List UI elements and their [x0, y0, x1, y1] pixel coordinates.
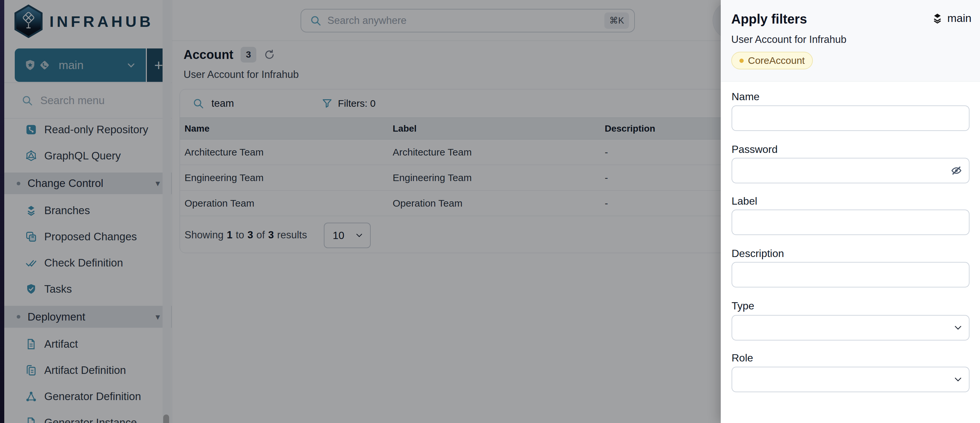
filters-panel-header: Apply filters main User Account for Infr… — [721, 0, 980, 82]
kind-badge: CoreAccount — [731, 52, 813, 70]
kind-label: CoreAccount — [748, 55, 805, 66]
password-field — [732, 158, 969, 183]
label-field — [732, 209, 969, 235]
field-label-type: Type — [732, 300, 754, 312]
field-label-description: Description — [732, 247, 784, 260]
name-field — [732, 105, 969, 131]
kind-dot-icon — [740, 59, 744, 63]
field-label-password: Password — [732, 143, 778, 155]
modal-backdrop[interactable] — [0, 0, 721, 423]
app-screen: INFRAHUB main — [0, 0, 980, 423]
description-field — [732, 262, 969, 287]
branch-layers-icon — [932, 13, 943, 24]
field-label-role: Role — [732, 352, 753, 364]
toggle-password-visibility-button[interactable] — [950, 165, 962, 176]
password-input[interactable] — [732, 158, 969, 183]
name-input[interactable] — [732, 106, 969, 130]
type-select[interactable] — [732, 315, 969, 341]
branch-name: main — [947, 12, 972, 25]
role-select[interactable] — [732, 367, 969, 392]
filters-panel-subtitle: User Account for Infrahub — [731, 34, 846, 46]
field-label-label: Label — [732, 195, 757, 207]
branch-indicator: main — [932, 12, 972, 25]
filters-panel-title: Apply filters — [731, 12, 807, 27]
field-label-name: Name — [732, 91, 759, 103]
eye-off-icon — [950, 165, 962, 176]
label-input[interactable] — [732, 210, 969, 234]
apply-filters-panel: Apply filters main User Account for Infr… — [721, 0, 980, 423]
chevron-down-icon — [953, 322, 964, 333]
chevron-down-icon — [953, 374, 964, 385]
description-input[interactable] — [732, 263, 969, 287]
